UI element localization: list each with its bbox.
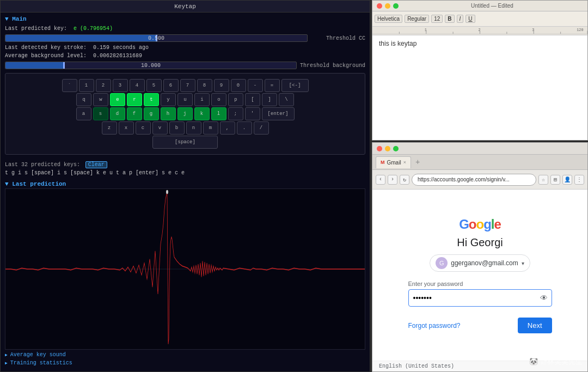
key-t[interactable]: t: [144, 93, 159, 106]
clear-button[interactable]: Clear: [85, 161, 107, 168]
back-button[interactable]: ‹: [376, 175, 385, 185]
new-tab-button[interactable]: +: [413, 157, 422, 167]
editor-close-button[interactable]: [377, 3, 382, 9]
predicted-section: Last 32 predicted keys: Clear t g i s [s…: [5, 159, 365, 178]
tab-bar: M Gmail × +: [372, 155, 587, 170]
key-x[interactable]: x: [119, 121, 134, 135]
key-u[interactable]: u: [177, 93, 193, 106]
password-input[interactable]: [408, 289, 552, 307]
key-r[interactable]: r: [127, 93, 142, 106]
key-g[interactable]: g: [144, 107, 159, 120]
key-3[interactable]: 3: [113, 79, 128, 92]
key-k[interactable]: k: [194, 107, 210, 120]
key-enter[interactable]: [enter]: [262, 107, 295, 120]
next-button[interactable]: Next: [518, 318, 552, 333]
account-selector[interactable]: G ggerganov@gmail.com ▾: [430, 254, 530, 272]
bookmark-button[interactable]: ☆: [538, 175, 548, 185]
key-h[interactable]: h: [161, 107, 176, 120]
avg-key-sound-item[interactable]: Average key sound: [5, 351, 365, 359]
key-period[interactable]: .: [237, 121, 252, 135]
key-w[interactable]: w: [93, 93, 108, 106]
editor-maximize-button[interactable]: [393, 3, 399, 9]
reload-button[interactable]: ↻: [400, 175, 409, 185]
key-1[interactable]: 1: [79, 79, 94, 92]
key-backslash[interactable]: \: [279, 93, 294, 106]
language-select[interactable]: English (United States): [379, 363, 454, 369]
browser-maximize-button[interactable]: [393, 146, 399, 151]
bold-button[interactable]: B: [445, 15, 454, 23]
italic-button[interactable]: I: [457, 15, 464, 23]
gmail-tab[interactable]: M Gmail ×: [376, 156, 411, 168]
forward-button[interactable]: ›: [388, 175, 397, 185]
key-slash[interactable]: /: [254, 121, 269, 135]
key-quote[interactable]: ': [245, 107, 260, 120]
key-z[interactable]: z: [102, 121, 117, 135]
key-2[interactable]: 2: [96, 79, 111, 92]
underline-button[interactable]: U: [465, 15, 475, 23]
url-bar[interactable]: [412, 174, 536, 186]
key-m[interactable]: m: [203, 121, 218, 135]
key-c[interactable]: c: [136, 121, 151, 135]
key-d[interactable]: d: [110, 107, 125, 120]
key-v[interactable]: v: [152, 121, 168, 135]
font-size[interactable]: 12: [431, 15, 443, 23]
threshold-bg-slider[interactable]: 10.000: [5, 62, 297, 69]
key-semicolon[interactable]: ;: [228, 107, 243, 120]
threshold-cc-slider[interactable]: 0.500: [5, 34, 308, 42]
key-p[interactable]: p: [228, 93, 243, 106]
extensions-button[interactable]: ⊞: [550, 175, 560, 185]
browser-close-button[interactable]: [377, 146, 382, 151]
key-lbracket[interactable]: [: [245, 93, 260, 106]
key-0[interactable]: 0: [231, 79, 246, 92]
bottom-section: Average key sound Training statistics: [5, 350, 365, 368]
key-space[interactable]: [space]: [152, 136, 218, 149]
password-toggle-icon[interactable]: 👁: [540, 294, 548, 302]
key-7[interactable]: 7: [180, 79, 195, 92]
key-e[interactable]: e: [110, 93, 125, 106]
font-style[interactable]: Regular: [405, 15, 429, 23]
key-o[interactable]: o: [211, 93, 226, 106]
key-8[interactable]: 8: [197, 79, 212, 92]
training-stats-item[interactable]: Training statistics: [5, 359, 365, 367]
last-detected-value: 0.159 seconds ago: [93, 45, 149, 51]
editor-minimize-button[interactable]: [385, 3, 390, 9]
key-i[interactable]: i: [194, 93, 210, 106]
font-name[interactable]: Helvetica: [375, 15, 402, 23]
key-minus[interactable]: -: [248, 79, 263, 92]
key-s[interactable]: s: [93, 107, 108, 120]
svg-text:1: 1: [425, 28, 427, 33]
forgot-password-link[interactable]: Forgot password?: [408, 322, 461, 330]
key-equals[interactable]: =: [265, 79, 280, 92]
key-backtick[interactable]: `: [62, 79, 77, 92]
key-y[interactable]: y: [161, 93, 176, 106]
svg-text:120: 120: [577, 28, 583, 33]
menu-button[interactable]: ⋮: [574, 175, 584, 185]
key-n[interactable]: n: [186, 121, 201, 135]
threshold-bg-row: 10.000 Threshold background: [5, 62, 365, 69]
key-backspace[interactable]: [<-]: [281, 79, 309, 92]
key-9[interactable]: 9: [214, 79, 229, 92]
key-6[interactable]: 6: [163, 79, 179, 92]
keytap-content: ▼ Main Last predicted key: e (0.796954) …: [1, 13, 370, 371]
svg-point-2: [166, 190, 168, 194]
key-comma[interactable]: ,: [220, 121, 235, 135]
keyboard-row-2: q w e r t y u i o p [ ] \: [9, 93, 362, 106]
key-f[interactable]: f: [127, 107, 142, 120]
key-l[interactable]: l: [211, 107, 226, 120]
key-rbracket[interactable]: ]: [262, 93, 277, 106]
key-b[interactable]: b: [169, 121, 185, 135]
last-detected-label: Last detected key stroke:: [5, 45, 87, 51]
keytap-title: Keytap: [174, 3, 196, 10]
browser-minimize-button[interactable]: [385, 146, 390, 151]
key-q[interactable]: q: [76, 93, 91, 106]
key-j[interactable]: j: [177, 107, 193, 120]
key-5[interactable]: 5: [146, 79, 162, 92]
key-4[interactable]: 4: [130, 79, 145, 92]
key-a[interactable]: a: [76, 107, 91, 120]
watermark-text: 舒林笑笑先生: [540, 357, 583, 365]
editor-body[interactable]: this is keytap: [372, 35, 587, 140]
tab-close-button[interactable]: ×: [403, 160, 406, 165]
editor-content: this is keytap: [379, 40, 416, 47]
account-button[interactable]: 👤: [562, 175, 572, 185]
account-email: ggerganov@gmail.com: [451, 259, 518, 267]
